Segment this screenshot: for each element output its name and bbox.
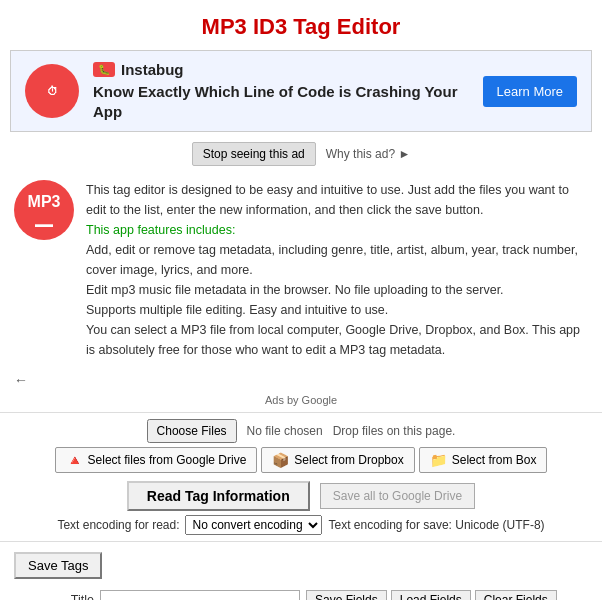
load-fields-button[interactable]: Load Fields: [391, 590, 471, 600]
dropbox-button[interactable]: 📦 Select from Dropbox: [261, 447, 414, 473]
encoding-save-label: Text encoding for save: Unicode (UTF-8): [328, 518, 544, 532]
save-google-button: Save all to Google Drive: [320, 483, 475, 509]
dropbox-icon: 📦: [272, 452, 289, 468]
divider1: [0, 412, 602, 413]
ads-by-google: Ads by Google: [0, 394, 602, 406]
info-text: This tag editor is designed to be easy a…: [86, 180, 588, 360]
choose-files-button[interactable]: Choose Files: [147, 419, 237, 443]
features-label: This app features includes:: [86, 220, 588, 240]
google-drive-icon: 🔺: [66, 452, 83, 468]
ad-logo-bug: 🐛: [93, 62, 115, 77]
box-icon: 📁: [430, 452, 447, 468]
nav-arrow[interactable]: ←: [14, 372, 602, 388]
title-input[interactable]: [100, 590, 300, 600]
read-tag-button[interactable]: Read Tag Information: [127, 481, 310, 511]
feature1: Add, edit or remove tag metadata, includ…: [86, 240, 588, 280]
drop-text: Drop files on this page.: [333, 424, 456, 438]
stop-seeing-button[interactable]: Stop seeing this ad: [192, 142, 316, 166]
read-tag-row: Read Tag Information Save all to Google …: [0, 481, 602, 511]
box-button[interactable]: 📁 Select from Box: [419, 447, 548, 473]
encoding-read-select[interactable]: No convert encoding: [185, 515, 322, 535]
description: This tag editor is designed to be easy a…: [86, 180, 588, 220]
title-row: Title Save Fields Load Fields Clear Fiel…: [14, 590, 588, 600]
divider2: [0, 541, 602, 542]
ad-controls: Stop seeing this ad Why this ad? ►: [0, 142, 602, 166]
ad-logo: 🐛 Instabug: [93, 61, 469, 78]
clear-fields-button[interactable]: Clear Fields: [475, 590, 557, 600]
ad-icon: ⏱: [25, 64, 79, 118]
why-ad-link[interactable]: Why this ad? ►: [326, 147, 411, 161]
fields-section: Title Save Fields Load Fields Clear Fiel…: [0, 590, 602, 600]
save-fields-button[interactable]: Save Fields: [306, 590, 387, 600]
file-chooser-row: Choose Files No file chosen Drop files o…: [0, 419, 602, 443]
mp3-icon: MP3 ▬▬: [14, 180, 74, 240]
page-title: MP3 ID3 Tag Editor: [0, 0, 602, 50]
ad-banner: ⏱ 🐛 Instabug Know Exactly Which Line of …: [10, 50, 592, 132]
feature4: You can select a MP3 file from local com…: [86, 320, 588, 360]
source-buttons-row: 🔺 Select files from Google Drive 📦 Selec…: [0, 447, 602, 473]
feature3: Supports multiple file editing. Easy and…: [86, 300, 588, 320]
google-drive-button[interactable]: 🔺 Select files from Google Drive: [55, 447, 258, 473]
learn-more-button[interactable]: Learn More: [483, 76, 577, 107]
encoding-read-label: Text encoding for read:: [57, 518, 179, 532]
encoding-row: Text encoding for read: No convert encod…: [0, 515, 602, 535]
info-section: MP3 ▬▬ This tag editor is designed to be…: [0, 174, 602, 366]
ad-content: 🐛 Instabug Know Exactly Which Line of Co…: [93, 61, 469, 121]
ad-headline: Know Exactly Which Line of Code is Crash…: [93, 82, 469, 121]
no-file-label: No file chosen: [247, 424, 323, 438]
action-buttons: Save Fields Load Fields Clear Fields: [306, 590, 557, 600]
title-label: Title: [14, 593, 94, 600]
feature2: Edit mp3 music file metadata in the brow…: [86, 280, 588, 300]
save-tags-button[interactable]: Save Tags: [14, 552, 102, 579]
